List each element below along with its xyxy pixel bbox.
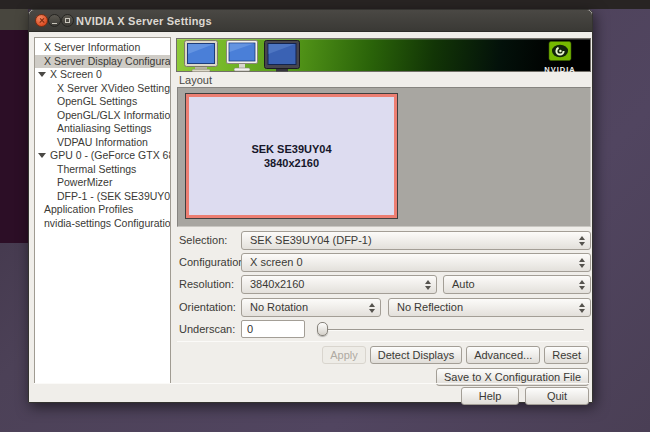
rotation-combobox[interactable]: No Rotation [241, 298, 381, 317]
dropdown-arrows-icon[interactable] [579, 258, 585, 268]
underscan-slider-track[interactable] [321, 329, 584, 331]
sidebar-item-antialiasing-settings[interactable]: Antialiasing Settings [35, 122, 170, 136]
nvidia-wordmark: NVIDIA [540, 65, 580, 74]
sidebar-item-opengl-glx-information[interactable]: OpenGL/GLX Information [35, 109, 170, 123]
reset-button[interactable]: Reset [544, 346, 589, 364]
sidebar-nav: X Server Information X Server Display Co… [34, 37, 171, 384]
desktop-background: NVIDIA X Server Settings X Server Inform… [0, 0, 650, 432]
quit-button[interactable]: Quit [525, 387, 589, 405]
nvidia-logo-icon: NVIDIA [540, 41, 580, 74]
selection-label: Selection: [179, 231, 227, 250]
nvidia-settings-window: NVIDIA X Server Settings X Server Inform… [28, 9, 593, 403]
advanced-button[interactable]: Advanced... [466, 346, 540, 364]
background-window-edge [0, 9, 28, 30]
titlebar[interactable]: NVIDIA X Server Settings [29, 10, 592, 32]
monitors-icon [184, 40, 304, 72]
sidebar-item-thermal-settings[interactable]: Thermal Settings [35, 163, 170, 177]
sidebar-item-nvidia-settings-configuration[interactable]: nvidia-settings Configuration [35, 217, 170, 231]
configuration-label: Configuration: [179, 253, 248, 272]
dropdown-arrows-icon[interactable] [579, 280, 585, 290]
sidebar-item-opengl-settings[interactable]: OpenGL Settings [35, 95, 170, 109]
apply-button[interactable]: Apply [322, 346, 366, 364]
resolution-combobox[interactable]: 3840x2160 [241, 275, 437, 294]
desktop-top-strip [0, 0, 650, 9]
separator [34, 383, 589, 384]
dropdown-arrows-icon[interactable] [425, 280, 431, 290]
sidebar-item-x-server-display-configuration[interactable]: X Server Display Configuration [35, 55, 170, 69]
dropdown-arrows-icon[interactable] [579, 303, 585, 313]
underscan-slider-handle[interactable] [317, 322, 328, 336]
expander-icon[interactable] [38, 72, 46, 77]
sidebar-item-application-profiles[interactable]: Application Profiles [35, 203, 170, 217]
dark-crt-monitor-icon [265, 41, 300, 72]
window-title: NVIDIA X Server Settings [76, 10, 212, 32]
sidebar-item-dfp-1[interactable]: DFP-1 - (SEK SE39UY04) [35, 190, 170, 204]
orientation-label: Orientation: [179, 298, 236, 317]
close-button[interactable] [35, 14, 48, 27]
sidebar-item-x-server-xvideo-settings[interactable]: X Server XVideo Settings [35, 82, 170, 96]
dropdown-arrows-icon[interactable] [369, 303, 375, 313]
configuration-combobox[interactable]: X screen 0 [241, 253, 591, 272]
display-monitor[interactable]: SEK SE39UY04 3840x2160 [185, 93, 398, 219]
display-resolution: 3840x2160 [264, 156, 319, 170]
crt-monitor-icon [185, 41, 218, 72]
sidebar-item-vdpau-information[interactable]: VDPAU Information [35, 136, 170, 150]
nvidia-banner: NVIDIA [176, 38, 591, 72]
detect-displays-button[interactable]: Detect Displays [370, 346, 462, 364]
selection-combobox[interactable]: SEK SE39UY04 (DFP-1) [241, 231, 591, 250]
sidebar-item-powermizer[interactable]: PowerMizer [35, 176, 170, 190]
sidebar-item-x-server-information[interactable]: X Server Information [35, 41, 170, 55]
help-button[interactable]: Help [461, 387, 519, 405]
display-name: SEK SE39UY04 [251, 142, 331, 156]
resolution-label: Resolution: [179, 275, 234, 294]
reflection-combobox[interactable]: No Reflection [388, 298, 591, 317]
sidebar-item-x-screen-0[interactable]: X Screen 0 [35, 68, 170, 82]
underscan-label: Underscan: [179, 320, 235, 339]
desktop-maroon-patch [0, 30, 28, 243]
layout-canvas[interactable]: SEK SE39UY04 3840x2160 [177, 87, 591, 227]
refresh-rate-combobox[interactable]: Auto [443, 275, 591, 294]
underscan-input[interactable] [241, 320, 305, 338]
layout-section-label: Layout [179, 74, 212, 86]
lcd-monitor-icon [227, 41, 258, 72]
minimize-button[interactable] [48, 14, 61, 27]
maximize-button[interactable] [61, 14, 74, 27]
sidebar-item-gpu-0[interactable]: GPU 0 - (GeForce GTX 680) [35, 149, 170, 163]
expander-icon[interactable] [38, 153, 46, 158]
dropdown-arrows-icon[interactable] [579, 236, 585, 246]
separator [177, 341, 589, 342]
